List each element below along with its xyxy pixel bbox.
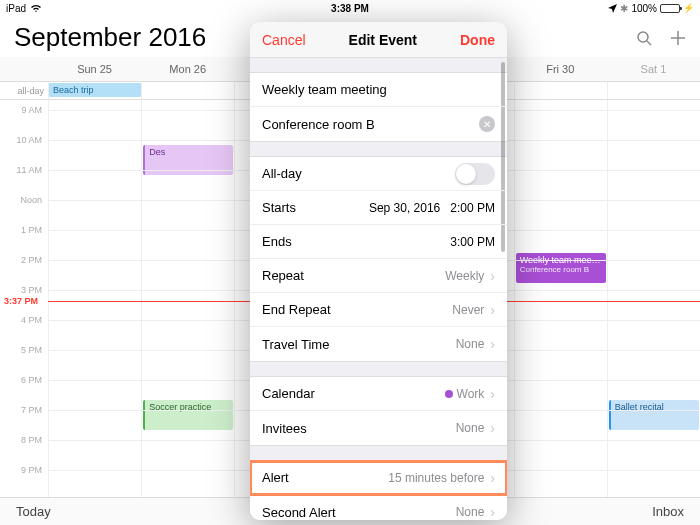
day-column[interactable]: Des Soccer practice [141, 100, 234, 525]
calendar-color-dot [445, 390, 453, 398]
chevron-right-icon: › [490, 336, 495, 352]
status-time: 3:38 PM [235, 3, 464, 14]
starts-row[interactable]: Starts Sep 30, 2016 2:00 PM [250, 191, 507, 225]
hour-label: 4 PM [21, 315, 42, 325]
modal-header: Cancel Edit Event Done [250, 22, 507, 58]
done-button[interactable]: Done [460, 32, 495, 48]
now-time-label: 3:37 PM [4, 296, 38, 306]
chevron-right-icon: › [490, 420, 495, 436]
chevron-right-icon: › [490, 302, 495, 318]
battery-percent: 100% [631, 3, 657, 14]
hour-label: Noon [20, 195, 42, 205]
all-day-row: All-day [250, 157, 507, 191]
all-day-event[interactable]: Beach trip [49, 83, 141, 97]
hour-label: 3 PM [21, 285, 42, 295]
chevron-right-icon: › [490, 386, 495, 402]
ends-row[interactable]: Ends 3:00 PM [250, 225, 507, 259]
hour-label: 11 AM [16, 165, 42, 175]
travel-time-row[interactable]: Travel Time None › [250, 327, 507, 361]
wifi-icon [30, 4, 42, 13]
charging-icon: ⚡ [683, 3, 694, 13]
all-day-label: all-day [0, 82, 48, 99]
event-location-field[interactable]: Conference room B ✕ [250, 107, 507, 141]
calendar-row[interactable]: Calendar Work › [250, 377, 507, 411]
day-column[interactable] [48, 100, 141, 525]
hour-label: 6 PM [21, 375, 42, 385]
battery-icon [660, 4, 680, 13]
inbox-button[interactable]: Inbox [652, 504, 684, 519]
day-header[interactable]: Fri 30 [514, 57, 607, 81]
clear-icon[interactable]: ✕ [479, 116, 495, 132]
cancel-button[interactable]: Cancel [262, 32, 306, 48]
day-header[interactable]: Sat 1 [607, 57, 700, 81]
repeat-row[interactable]: Repeat Weekly › [250, 259, 507, 293]
hour-label: 2 PM [21, 255, 42, 265]
end-repeat-row[interactable]: End Repeat Never › [250, 293, 507, 327]
day-header[interactable]: Mon 26 [141, 57, 234, 81]
calendar-event[interactable]: Soccer practice [143, 400, 233, 430]
chevron-right-icon: › [490, 504, 495, 520]
hour-label: 9 PM [21, 465, 42, 475]
alert-row[interactable]: Alert 15 minutes before › [250, 461, 507, 495]
chevron-right-icon: › [490, 268, 495, 284]
modal-body[interactable]: Weekly team meeting Conference room B ✕ … [250, 58, 507, 520]
page-title: September 2016 [14, 22, 206, 53]
hour-label: 7 PM [21, 405, 42, 415]
second-alert-row[interactable]: Second Alert None › [250, 495, 507, 520]
all-day-toggle[interactable] [455, 163, 495, 185]
day-column[interactable]: Weekly team meeting Conference room B [514, 100, 607, 525]
hour-label: 9 AM [21, 105, 42, 115]
svg-point-0 [638, 32, 648, 42]
time-gutter: 3:37 PM 9 AM10 AM11 AMNoon1 PM2 PM3 PM4 … [0, 100, 48, 525]
today-button[interactable]: Today [16, 504, 51, 519]
chevron-right-icon: › [490, 470, 495, 486]
day-column[interactable]: Ballet recital [607, 100, 700, 525]
year-label: 2016 [148, 22, 206, 52]
svg-line-1 [647, 41, 651, 45]
event-title-field[interactable]: Weekly team meeting [250, 73, 507, 107]
modal-title: Edit Event [349, 32, 417, 48]
add-icon[interactable] [670, 30, 686, 46]
hour-label: 5 PM [21, 345, 42, 355]
hour-label: 1 PM [21, 225, 42, 235]
location-icon [608, 4, 617, 13]
carrier-label: iPad [6, 3, 26, 14]
hour-label: 10 AM [16, 135, 42, 145]
hour-label: 8 PM [21, 435, 42, 445]
calendar-event[interactable]: Ballet recital [609, 400, 699, 430]
edit-event-modal: Cancel Edit Event Done Weekly team meeti… [250, 22, 507, 520]
day-header[interactable]: Sun 25 [48, 57, 141, 81]
status-bar: iPad 3:38 PM ✱ 100% ⚡ [0, 0, 700, 16]
bluetooth-icon: ✱ [620, 3, 628, 14]
invitees-row[interactable]: Invitees None › [250, 411, 507, 445]
month-label: September [14, 22, 141, 52]
search-icon[interactable] [636, 30, 652, 46]
calendar-event[interactable]: Weekly team meeting Conference room B [516, 253, 606, 283]
